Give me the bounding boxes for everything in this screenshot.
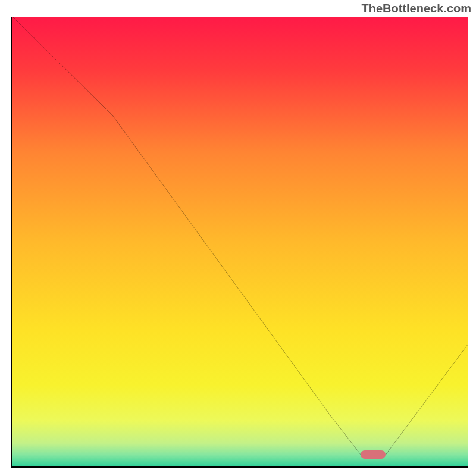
- optimum-marker: [361, 450, 386, 459]
- attribution-label: TheBottleneck.com: [362, 2, 471, 15]
- plot-area: [11, 17, 468, 468]
- bottleneck-curve: [12, 17, 468, 466]
